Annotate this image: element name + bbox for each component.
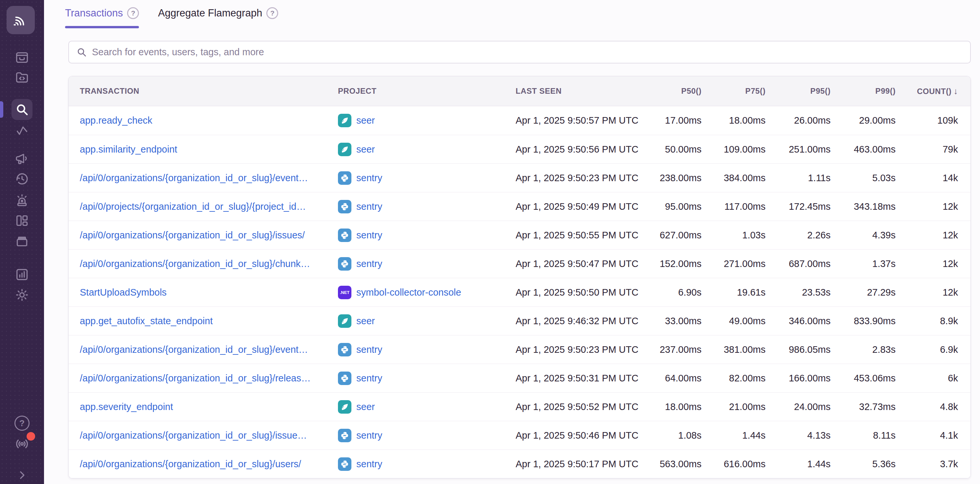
tab-transactions[interactable]: Transactions ?	[65, 7, 139, 28]
table-header-row: TRANSACTION PROJECT LAST SEEN P50() P75(…	[68, 76, 970, 106]
column-header-p99[interactable]: P99()	[830, 86, 896, 96]
p75-value: 19.61s	[702, 287, 765, 298]
chevron-right-icon	[16, 470, 28, 481]
column-header-project[interactable]: PROJECT	[331, 86, 511, 96]
transaction-link[interactable]: /api/0/organizations/{organization_id_or…	[80, 459, 301, 469]
p50-value: 237.00ms	[638, 344, 702, 355]
project-link[interactable]: seer	[356, 144, 375, 155]
sidebar-item-projects[interactable]	[11, 67, 32, 88]
python-platform-icon	[340, 431, 350, 440]
transaction-link[interactable]: /api/0/organizations/{organization_id_or…	[80, 373, 311, 383]
project-link[interactable]: seer	[356, 316, 375, 326]
project-link[interactable]: sentry	[356, 459, 382, 470]
transactions-help-icon[interactable]: ?	[127, 7, 139, 19]
project-link[interactable]: sentry	[356, 259, 382, 269]
seer-platform-icon	[340, 316, 350, 326]
table-row: /api/0/organizations/{organization_id_or…	[68, 364, 970, 392]
help-icon: ?	[14, 415, 30, 431]
project-link[interactable]: seer	[356, 115, 375, 126]
transaction-link[interactable]: app.get_autofix_state_endpoint	[80, 316, 213, 326]
sidebar-item-replays[interactable]	[11, 168, 32, 189]
last-seen-value: Apr 1, 2025 9:50:49 PM UTC	[511, 201, 638, 212]
last-seen-value: Apr 1, 2025 9:50:50 PM UTC	[511, 287, 638, 298]
transaction-link[interactable]: app.severity_endpoint	[80, 401, 173, 412]
sidebar-item-help[interactable]: ?	[11, 413, 32, 434]
transaction-link[interactable]: app.similarity_endpoint	[80, 144, 177, 155]
project-link[interactable]: sentry	[356, 344, 382, 355]
p99-value: 833.90ms	[830, 316, 896, 326]
p99-value: 4.39s	[830, 230, 896, 241]
table-row: /api/0/projects/{organization_id_or_slug…	[68, 192, 970, 220]
count-value: 6k	[896, 373, 970, 384]
tab-aggregate-flamegraph[interactable]: Aggregate Flamegraph ?	[158, 7, 278, 28]
transaction-link[interactable]: /api/0/organizations/{organization_id_or…	[80, 430, 307, 441]
project-link[interactable]: sentry	[356, 373, 382, 384]
search-bar[interactable]	[68, 41, 971, 64]
p95-value: 2.26s	[765, 230, 830, 241]
seer-platform-icon	[340, 116, 350, 125]
issues-icon	[14, 50, 30, 65]
table-row: app.ready_check .NET seer Apr 1, 2025 9:…	[68, 106, 970, 135]
p75-value: 271.00ms	[702, 259, 765, 269]
count-value: 14k	[896, 173, 970, 184]
column-header-count[interactable]: COUNT()↓	[896, 86, 970, 96]
sentry-logo[interactable]	[6, 6, 35, 34]
sidebar-expand-button[interactable]	[11, 465, 32, 484]
sidebar-item-issues[interactable]	[11, 47, 32, 68]
project-link[interactable]: symbol-collector-console	[356, 287, 461, 298]
last-seen-value: Apr 1, 2025 9:50:46 PM UTC	[511, 430, 638, 441]
column-header-last-seen[interactable]: LAST SEEN	[511, 86, 638, 96]
sidebar-item-stats[interactable]	[11, 264, 32, 285]
sidebar-item-whats-new[interactable]	[11, 433, 32, 454]
project-badge: .NET	[338, 200, 352, 213]
count-value: 4.8k	[896, 401, 970, 412]
p95-value: 24.00ms	[765, 401, 830, 412]
sidebar-item-releases[interactable]	[11, 230, 32, 252]
p99-value: 32.73ms	[830, 401, 896, 412]
column-header-p75[interactable]: P75()	[702, 86, 765, 96]
sidebar-item-settings[interactable]	[11, 284, 32, 305]
count-value: 8.9k	[896, 316, 970, 326]
project-link[interactable]: seer	[356, 401, 375, 412]
dotnet-platform-icon: .NET	[340, 290, 350, 295]
python-platform-icon	[340, 202, 350, 211]
search-input[interactable]	[92, 47, 963, 58]
tab-transactions-label: Transactions	[65, 7, 123, 19]
aggregate-flamegraph-help-icon[interactable]: ?	[266, 7, 278, 19]
transaction-link[interactable]: StartUploadSymbols	[80, 287, 167, 297]
transaction-link[interactable]: /api/0/organizations/{organization_id_or…	[80, 259, 310, 269]
sidebar-item-metrics[interactable]	[11, 120, 32, 141]
sidebar-item-alerts[interactable]	[11, 190, 32, 211]
project-link[interactable]: sentry	[356, 201, 382, 212]
column-header-p95[interactable]: P95()	[765, 86, 830, 96]
project-badge: .NET	[338, 343, 352, 356]
transaction-link[interactable]: /api/0/organizations/{organization_id_or…	[80, 230, 305, 240]
column-header-transaction[interactable]: TRANSACTION	[68, 86, 331, 96]
column-header-p50[interactable]: P50()	[638, 86, 702, 96]
project-link[interactable]: sentry	[356, 430, 382, 441]
transaction-link[interactable]: app.ready_check	[80, 115, 153, 126]
p50-value: 152.00ms	[638, 259, 702, 269]
table-row: /api/0/organizations/{organization_id_or…	[68, 249, 970, 278]
p75-value: 384.00ms	[702, 173, 765, 184]
transaction-link[interactable]: /api/0/projects/{organization_id_or_slug…	[80, 201, 306, 212]
metrics-zigzag-icon	[14, 123, 30, 138]
p50-value: 238.00ms	[638, 173, 702, 184]
sidebar-item-explore[interactable]	[11, 99, 32, 120]
p99-value: 453.06ms	[830, 373, 896, 384]
p50-value: 17.00ms	[638, 115, 702, 126]
sidebar-item-feedback[interactable]	[11, 148, 32, 169]
project-link[interactable]: sentry	[356, 173, 382, 184]
notification-dot	[27, 432, 35, 441]
project-link[interactable]: sentry	[356, 230, 382, 241]
p95-value: 346.00ms	[765, 316, 830, 326]
p95-value: 166.00ms	[765, 373, 830, 384]
transaction-link[interactable]: /api/0/organizations/{organization_id_or…	[80, 173, 308, 183]
p50-value: 627.00ms	[638, 230, 702, 241]
count-value: 4.1k	[896, 430, 970, 441]
transaction-link[interactable]: /api/0/organizations/{organization_id_or…	[80, 344, 308, 355]
project-badge: .NET	[338, 400, 352, 414]
python-platform-icon	[340, 345, 350, 355]
seer-platform-icon	[340, 145, 350, 154]
sidebar-item-dashboards[interactable]	[11, 210, 32, 231]
